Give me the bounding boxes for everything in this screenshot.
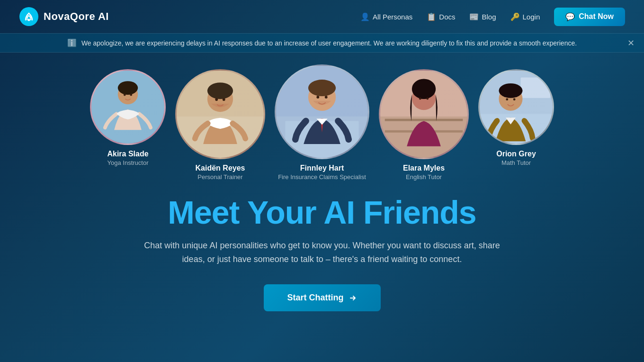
cta-section: Start Chatting (0, 284, 644, 311)
persona-avatar-orion (478, 69, 554, 145)
svg-point-17 (308, 80, 336, 96)
nav-docs[interactable]: 📋 Docs (427, 12, 455, 21)
nav-login-label: Login (523, 13, 540, 21)
nav-blog-label: Blog (482, 13, 496, 21)
persona-avatar-finnley (275, 64, 369, 159)
svg-point-10 (207, 82, 233, 99)
announcement-banner: ℹ️ We apologize, we are experiencing del… (0, 33, 644, 53)
arrow-right-icon (349, 294, 357, 302)
persona-role-elara: English Tutor (406, 173, 442, 181)
svg-point-18 (316, 96, 319, 99)
persona-avatar-svg-finnley (276, 66, 368, 158)
persona-card-elara[interactable]: Elara Myles English Tutor (379, 69, 469, 181)
persona-avatar-akira (90, 69, 166, 145)
persona-role-akira: Yoga Instructor (107, 159, 149, 166)
persona-avatar-svg-orion (480, 71, 553, 144)
svg-point-25 (412, 79, 436, 99)
chat-now-icon: 💬 (565, 12, 575, 21)
hero-subtitle: Chat with unique AI personalities who ge… (137, 239, 507, 266)
svg-point-19 (325, 96, 328, 99)
svg-point-11 (215, 98, 218, 101)
persona-card-orion[interactable]: Orion Grey Math Tutor (478, 69, 554, 166)
nav-blog[interactable]: 📰 Blog (469, 12, 496, 21)
nav-login[interactable]: 🔑 Login (510, 12, 540, 21)
persona-name-elara: Elara Myles (403, 164, 445, 172)
persona-card-finnley[interactable]: Finnley Hart Fire Insurance Claims Speci… (275, 64, 369, 181)
chat-now-label: Chat Now (579, 12, 614, 21)
persona-name-kaiden: Kaidën Reyes (196, 164, 245, 172)
start-chatting-label: Start Chatting (287, 293, 344, 303)
login-icon: 🔑 (510, 12, 520, 21)
persona-role-orion: Math Tutor (501, 159, 531, 166)
svg-point-12 (223, 98, 225, 101)
svg-point-33 (506, 98, 508, 100)
persona-avatar-svg-kaiden (177, 71, 264, 158)
logo-text: NovaQore AI (44, 10, 109, 23)
svg-point-26 (419, 98, 421, 100)
persona-avatar-svg-elara (380, 71, 467, 158)
svg-point-6 (130, 94, 132, 96)
chat-now-button[interactable]: 💬 Chat Now (554, 8, 625, 26)
persona-name-akira: Akira Slade (107, 150, 148, 158)
logo-icon (19, 7, 39, 27)
svg-point-5 (124, 94, 126, 96)
svg-point-34 (513, 98, 516, 100)
persona-name-finnley: Finnley Hart (300, 164, 344, 172)
persona-name-orion: Orion Grey (496, 150, 536, 158)
nav-links: 👤 All Personas 📋 Docs 📰 Blog 🔑 Login 💬 C… (360, 8, 625, 26)
persona-card-akira[interactable]: Akira Slade Yoga Instructor (90, 69, 166, 166)
start-chatting-button[interactable]: Start Chatting (264, 284, 381, 311)
svg-point-27 (426, 98, 429, 100)
persona-avatar-elara (379, 69, 469, 159)
svg-point-1 (28, 19, 30, 21)
persona-avatar-kaiden (175, 69, 265, 159)
docs-icon: 📋 (427, 12, 436, 21)
banner-message: We apologize, we are experiencing delays… (81, 39, 577, 47)
persona-role-finnley: Fire Insurance Claims Specialist (278, 173, 366, 181)
personas-icon: 👤 (360, 12, 370, 21)
persona-card-kaiden[interactable]: Kaidën Reyes Personal Trainer (175, 69, 265, 181)
svg-rect-30 (521, 77, 551, 98)
hero-title: Meet Your AI Friends (19, 195, 625, 230)
blog-icon: 📰 (469, 12, 479, 21)
banner-icon: ℹ️ (67, 38, 77, 47)
svg-rect-22 (385, 119, 463, 121)
persona-avatar-svg-akira (91, 71, 164, 144)
navbar: NovaQore AI 👤 All Personas 📋 Docs 📰 Blog… (0, 0, 644, 33)
svg-point-4 (118, 81, 138, 95)
nav-all-personas[interactable]: 👤 All Personas (360, 12, 412, 21)
nav-all-personas-label: All Personas (373, 13, 412, 21)
logo[interactable]: NovaQore AI (19, 7, 109, 27)
personas-section: Akira Slade Yoga Instructor (0, 53, 644, 185)
banner-close-button[interactable]: ✕ (627, 38, 635, 48)
nav-docs-label: Docs (439, 13, 455, 21)
svg-point-32 (499, 83, 522, 98)
svg-point-0 (19, 7, 38, 26)
hero-section: Meet Your AI Friends Chat with unique AI… (0, 185, 644, 273)
persona-role-kaiden: Personal Trainer (197, 173, 242, 181)
